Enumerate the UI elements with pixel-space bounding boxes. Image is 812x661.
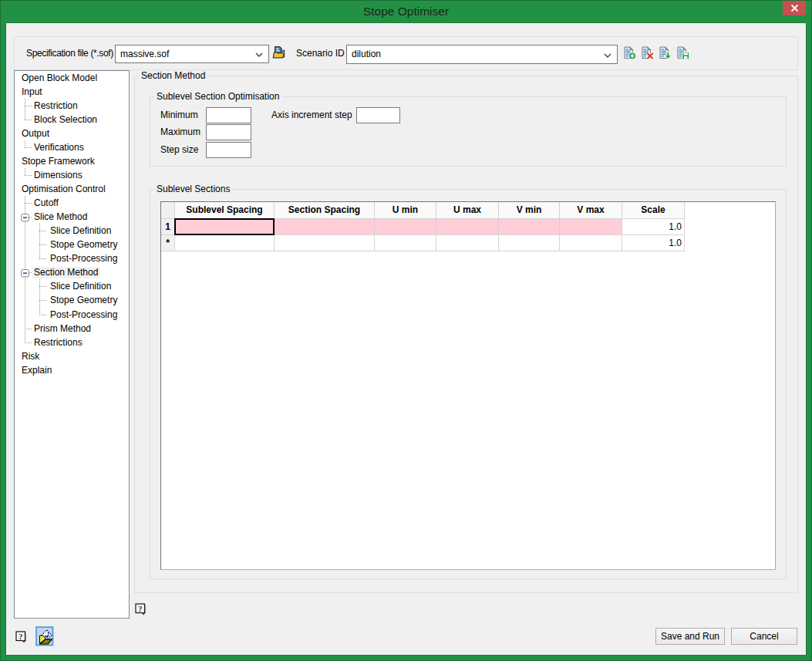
svg-text:?: ? bbox=[138, 604, 143, 613]
svg-text:?: ? bbox=[19, 632, 23, 641]
